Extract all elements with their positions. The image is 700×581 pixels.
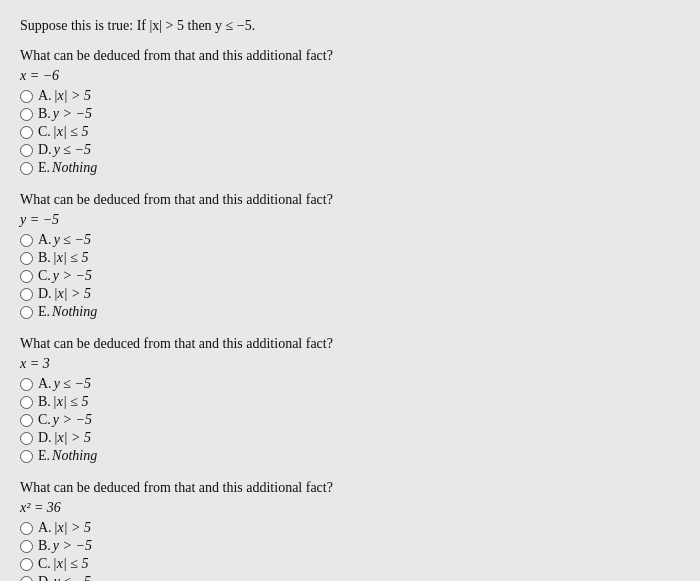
option-item-4-3[interactable]: C. |x| ≤ 5 [20,556,680,572]
option-text: |x| > 5 [54,88,91,104]
option-item-1-3[interactable]: C. |x| ≤ 5 [20,124,680,140]
option-item-2-2[interactable]: B. |x| ≤ 5 [20,250,680,266]
option-item-2-5[interactable]: E. Nothing [20,304,680,320]
option-list-4: A. |x| > 5B. y > −5C. |x| ≤ 5D. y ≤ −5E.… [20,520,680,581]
option-text: Nothing [52,448,97,464]
option-letter: D. [38,286,52,302]
option-letter: C. [38,412,51,428]
option-item-1-1[interactable]: A. |x| > 5 [20,88,680,104]
question-block-1: What can be deduced from that and this a… [20,48,680,176]
given-value-2: y = −5 [20,212,680,228]
question-prompt-3: What can be deduced from that and this a… [20,336,680,352]
radio-circle[interactable] [20,162,33,175]
radio-circle[interactable] [20,432,33,445]
radio-circle[interactable] [20,270,33,283]
radio-circle[interactable] [20,378,33,391]
given-value-1: x = −6 [20,68,680,84]
option-text: y > −5 [53,538,92,554]
option-list-2: A. y ≤ −5B. |x| ≤ 5C. y > −5D. |x| > 5E.… [20,232,680,320]
radio-circle[interactable] [20,450,33,463]
option-letter: C. [38,124,51,140]
option-text: |x| ≤ 5 [53,124,89,140]
option-letter: B. [38,250,51,266]
option-item-1-5[interactable]: E. Nothing [20,160,680,176]
option-text: |x| ≤ 5 [53,394,89,410]
radio-circle[interactable] [20,126,33,139]
radio-circle[interactable] [20,108,33,121]
radio-circle[interactable] [20,396,33,409]
option-letter: D. [38,430,52,446]
option-text: |x| > 5 [54,520,91,536]
option-text: |x| > 5 [54,286,91,302]
option-item-1-4[interactable]: D. y ≤ −5 [20,142,680,158]
option-text: |x| > 5 [54,430,91,446]
option-list-3: A. y ≤ −5B. |x| ≤ 5C. y > −5D. |x| > 5E.… [20,376,680,464]
radio-circle[interactable] [20,540,33,553]
radio-circle[interactable] [20,414,33,427]
option-letter: A. [38,232,52,248]
option-letter: A. [38,520,52,536]
option-text: y ≤ −5 [54,376,91,392]
given-value-3: x = 3 [20,356,680,372]
question-prompt-4: What can be deduced from that and this a… [20,480,680,496]
question-block-2: What can be deduced from that and this a… [20,192,680,320]
option-item-3-4[interactable]: D. |x| > 5 [20,430,680,446]
radio-circle[interactable] [20,90,33,103]
question-prompt-2: What can be deduced from that and this a… [20,192,680,208]
option-item-3-1[interactable]: A. y ≤ −5 [20,376,680,392]
option-letter: D. [38,142,52,158]
option-item-2-4[interactable]: D. |x| > 5 [20,286,680,302]
option-list-1: A. |x| > 5B. y > −5C. |x| ≤ 5D. y ≤ −5E.… [20,88,680,176]
option-text: y ≤ −5 [54,232,91,248]
option-letter: A. [38,376,52,392]
option-letter: E. [38,448,50,464]
option-item-2-1[interactable]: A. y ≤ −5 [20,232,680,248]
question-prompt-1: What can be deduced from that and this a… [20,48,680,64]
option-item-2-3[interactable]: C. y > −5 [20,268,680,284]
radio-circle[interactable] [20,252,33,265]
radio-circle[interactable] [20,522,33,535]
option-item-3-3[interactable]: C. y > −5 [20,412,680,428]
option-letter: B. [38,106,51,122]
option-item-4-1[interactable]: A. |x| > 5 [20,520,680,536]
option-text: y > −5 [53,106,92,122]
option-text: y ≤ −5 [54,574,91,581]
option-text: |x| ≤ 5 [53,556,89,572]
radio-circle[interactable] [20,576,33,582]
option-item-4-2[interactable]: B. y > −5 [20,538,680,554]
question-block-4: What can be deduced from that and this a… [20,480,680,581]
option-text: |x| ≤ 5 [53,250,89,266]
radio-circle[interactable] [20,306,33,319]
option-letter: E. [38,304,50,320]
option-item-4-4[interactable]: D. y ≤ −5 [20,574,680,581]
intro-text: Suppose this is true: If |x| > 5 then y … [20,18,680,34]
option-text: Nothing [52,304,97,320]
question-block-3: What can be deduced from that and this a… [20,336,680,464]
option-letter: C. [38,268,51,284]
option-item-1-2[interactable]: B. y > −5 [20,106,680,122]
radio-circle[interactable] [20,288,33,301]
option-text: y > −5 [53,412,92,428]
given-value-4: x² = 36 [20,500,680,516]
option-text: y ≤ −5 [54,142,91,158]
option-text: y > −5 [53,268,92,284]
option-letter: C. [38,556,51,572]
option-item-3-5[interactable]: E. Nothing [20,448,680,464]
option-text: Nothing [52,160,97,176]
option-letter: B. [38,538,51,554]
radio-circle[interactable] [20,144,33,157]
option-letter: B. [38,394,51,410]
radio-circle[interactable] [20,234,33,247]
option-letter: D. [38,574,52,581]
option-letter: E. [38,160,50,176]
radio-circle[interactable] [20,558,33,571]
option-letter: A. [38,88,52,104]
option-item-3-2[interactable]: B. |x| ≤ 5 [20,394,680,410]
